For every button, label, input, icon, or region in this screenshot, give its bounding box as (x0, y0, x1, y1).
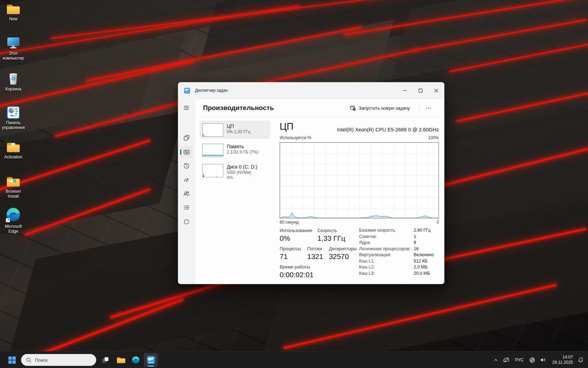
chart-xmin-label: 60 секунд (280, 220, 299, 225)
stat-label: Виртуализация: (359, 252, 414, 257)
speaker-icon (540, 357, 546, 363)
chevron-up-icon (493, 358, 498, 362)
nav-users[interactable] (180, 188, 193, 200)
details-list-icon (183, 204, 190, 211)
stat-label: Сокетов: (359, 234, 414, 239)
task-manager-taskbar-button[interactable] (144, 353, 158, 367)
desktop-icon-label: Корзина (5, 87, 21, 91)
resource-subtitle: SSD (NVMe) (227, 170, 267, 175)
tray-overflow-button[interactable] (491, 353, 500, 367)
resource-subtitle2: 0% (227, 175, 267, 180)
start-button[interactable] (5, 353, 19, 367)
notification-center-button[interactable]: z (575, 353, 588, 367)
clock[interactable]: 14:07 29.11.2025 (549, 355, 575, 365)
stat-value: 1321 (307, 252, 329, 261)
windows-logo-icon (8, 356, 16, 364)
desktop-icon-label: Панель управления (0, 120, 27, 130)
search-icon (26, 357, 31, 363)
task-view-icon (102, 356, 109, 364)
settings-button[interactable]: ⚙ (180, 284, 193, 284)
desktop-icon-browser-install[interactable]: Browser Install (0, 175, 27, 199)
ellipsis-icon: ⋯ (426, 105, 431, 111)
cpu-usage-line (280, 213, 439, 218)
stat-label: Кэш L1: (359, 259, 414, 264)
resource-item-cpu[interactable]: ЦП 0% 1,33 ГГц (200, 121, 270, 139)
chart-ymax-label: 100% (428, 135, 439, 140)
edge-icon (132, 356, 140, 364)
resource-item-disk0[interactable]: Диск 0 (C: D:) SSD (NVMe) 0% (200, 161, 270, 183)
stat-value: 20,0 МБ (414, 271, 430, 276)
tray-date: 29.11.2025 (552, 360, 573, 365)
edge-icon (5, 207, 21, 223)
stat-label: Ядра: (359, 240, 414, 245)
desktop-icon-activation[interactable]: Activation (0, 141, 27, 159)
stat-label: Кэш L2: (359, 265, 414, 270)
onedrive-status-button[interactable] (500, 353, 512, 367)
menu-button[interactable] (180, 101, 193, 114)
network-status-button[interactable] (527, 353, 538, 367)
hamburger-icon (183, 105, 189, 111)
stat-value: 71 (280, 252, 307, 261)
task-view-button[interactable] (98, 353, 112, 367)
window-title: Диспетчер задач (195, 88, 228, 93)
nav-processes[interactable] (180, 131, 193, 144)
cpu-usage-area (280, 213, 439, 218)
language-indicator[interactable]: РУС (512, 357, 527, 362)
stat-value: 1,33 ГГц (317, 233, 345, 243)
desktop-icon-label: Browser Install (0, 189, 27, 199)
file-explorer-button[interactable] (114, 353, 128, 367)
desktop-icon-this-pc[interactable]: Этот компьютер (0, 36, 27, 61)
nav-details[interactable] (180, 201, 193, 214)
resource-subtitle: 2,1/31,9 ГБ (7%) (227, 150, 267, 155)
folder-icon (6, 141, 20, 154)
resource-item-memory[interactable]: Память 2,1/31,9 ГБ (7%) (200, 141, 270, 159)
stat-value: 2,60 ГГц (414, 228, 431, 233)
folder-download-icon (6, 175, 20, 188)
close-icon (434, 89, 438, 93)
edge-button[interactable] (129, 353, 143, 367)
chart-xmax-label: 0 (436, 220, 439, 225)
desktop: New Этот компьютер ♻ Корзина (0, 0, 588, 368)
memory-mini-chart (202, 144, 223, 157)
resource-title: ЦП (227, 123, 267, 129)
recycle-bin-icon: ♻ (7, 71, 20, 86)
more-options-button[interactable]: ⋯ (422, 102, 434, 114)
services-puzzle-icon (183, 219, 190, 225)
stat-value: 1 (414, 234, 416, 239)
volume-button[interactable] (538, 353, 549, 367)
search-placeholder: Поиск (35, 357, 48, 363)
desktop-icon-new[interactable]: New (0, 3, 27, 21)
resource-title: Диск 0 (C: D:) (227, 164, 267, 170)
nav-services[interactable] (180, 216, 193, 228)
svg-text:z: z (582, 357, 583, 359)
cpu-mini-chart (202, 123, 223, 137)
stat-label: Потоки (307, 246, 329, 252)
disk-mini-chart (202, 164, 223, 177)
chart-ylabel: Используется % (280, 135, 311, 140)
folder-icon (6, 3, 20, 15)
navigation-rail: ⚙ (178, 98, 195, 284)
svg-text:♻: ♻ (11, 76, 16, 82)
stat-label: Время работы (280, 264, 314, 270)
maximize-icon (419, 89, 422, 93)
desktop-icon-microsoft-edge[interactable]: Microsoft Edge (0, 207, 27, 234)
search-box[interactable]: Поиск (21, 354, 96, 366)
desktop-icon-control-panel[interactable]: Панель управления (0, 106, 27, 130)
users-icon (183, 191, 190, 197)
cpu-usage-chart-svg (280, 143, 439, 218)
minimize-icon (403, 89, 407, 93)
minimize-button[interactable] (397, 82, 413, 98)
stat-label: Кэш L3: (359, 271, 414, 276)
resource-title: Память (227, 143, 267, 150)
nav-app-history[interactable] (180, 159, 193, 172)
taskbar: Поиск (0, 351, 588, 368)
close-button[interactable] (428, 82, 444, 98)
page-title: Производительность (203, 104, 274, 112)
desktop-icon-recycle-bin[interactable]: ♻ Корзина (0, 71, 27, 91)
nav-startup-apps[interactable] (180, 173, 193, 186)
maximize-button[interactable] (413, 82, 428, 98)
cloud-offline-icon (503, 357, 510, 363)
run-new-task-button[interactable]: Запустить новую задачу (346, 102, 413, 114)
nav-performance[interactable] (180, 146, 193, 158)
processes-icon (183, 135, 190, 141)
